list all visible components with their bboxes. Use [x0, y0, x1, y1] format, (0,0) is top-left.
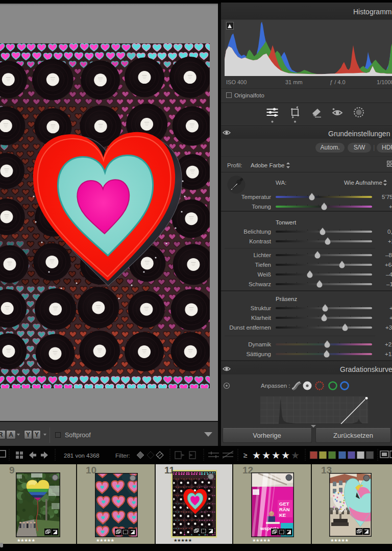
svg-text:★: ★	[262, 450, 271, 461]
svg-text:≥: ≥	[243, 451, 248, 459]
svg-text:GET: GET	[279, 501, 289, 507]
svg-text:★: ★	[252, 450, 261, 461]
svg-text:RÄN: RÄN	[279, 507, 290, 512]
svg-text:★: ★	[272, 450, 280, 461]
svg-text:★: ★	[291, 450, 300, 461]
svg-text:281 von 4368: 281 von 4368	[64, 453, 100, 459]
svg-text:Filter:: Filter:	[115, 453, 130, 459]
svg-text:★: ★	[281, 450, 290, 461]
svg-text:KE: KE	[279, 512, 286, 518]
